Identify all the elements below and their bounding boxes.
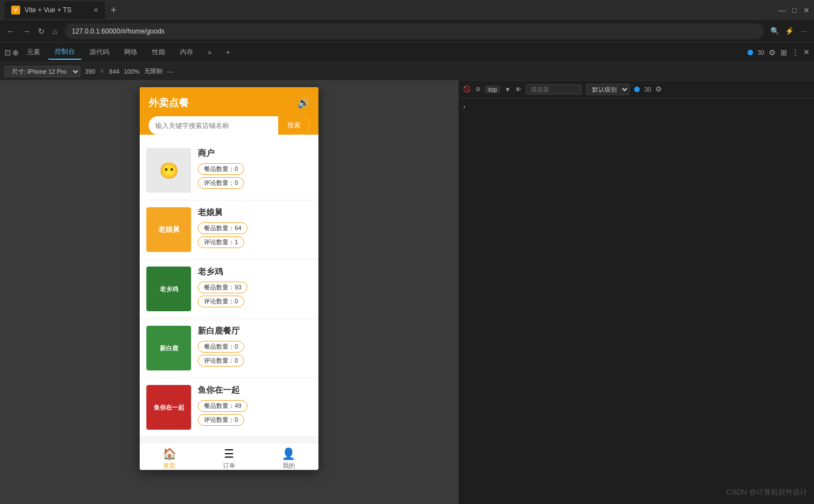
refresh-button[interactable]: ↻ [36, 25, 47, 38]
merchant-logo-laoxiangji: 老乡鸡 [146, 267, 191, 311]
merchant-logo-placeholder: 😶 [146, 148, 191, 193]
bottom-nav: 🏠 首页 ☰ 订单 👤 我的 [140, 443, 318, 470]
viewport-divider: ✕ [99, 68, 104, 75]
device-selector[interactable]: 尺寸: iPhone 12 Pro [4, 66, 80, 77]
console-error-count: 30 [644, 86, 651, 93]
viewport-height: 844 [109, 68, 119, 75]
window-controls: — □ ✕ [778, 6, 810, 15]
food-count-badge: 餐品数量：0 [198, 341, 244, 353]
console-settings-icon[interactable]: ⚙ [655, 85, 662, 93]
merchant-info: 老乡鸡 餐品数量：93 评论数量：0 [198, 267, 312, 310]
devtools-add-panel[interactable]: + [220, 46, 237, 59]
search-bar: 搜索 [149, 116, 310, 135]
devtools-dock-icon[interactable]: ⊞ [780, 48, 787, 57]
merchant-logo-xinbailu: 新白鹿 [146, 326, 191, 370]
devtools-settings-icon[interactable]: ⚙ [769, 48, 776, 57]
address-bar[interactable]: 127.0.0.1:60000/#/home/goods [65, 23, 764, 39]
nav-item-orders[interactable]: ☰ 订单 [199, 447, 259, 470]
review-count-badge: 评论数量：0 [198, 296, 244, 307]
search-button[interactable]: 搜索 [278, 116, 310, 135]
devtools-tab-network[interactable]: 网络 [117, 45, 144, 59]
merchant-info: 鱼你在一起 餐品数量：49 评论数量：0 [198, 385, 312, 428]
merchant-item[interactable]: 老乡鸡 老乡鸡 餐品数量：93 评论数量：0 [140, 260, 318, 318]
eye-icon[interactable]: 👁 [515, 86, 521, 93]
logo-text-icon: 老乡鸡 [160, 285, 178, 293]
home-nav-icon: 🏠 [163, 447, 177, 460]
extensions-icon[interactable]: ⚡ [784, 26, 795, 37]
devtools-inspect-icon[interactable]: ⊕ [12, 48, 19, 57]
devtools-tab-console[interactable]: 控制台 [48, 45, 82, 60]
merchant-item[interactable]: 新白鹿 新白鹿餐厅 餐品数量：0 评论数量：0 [140, 319, 318, 377]
context-dropdown-icon[interactable]: ▼ [504, 86, 511, 93]
merchant-logo-yuyizaqi: 鱼你在一起 [146, 385, 191, 430]
devtools-tab-elements[interactable]: 元素 [20, 45, 47, 59]
forward-button[interactable]: → [20, 25, 32, 38]
merchant-info: 老娘舅 餐品数量：64 评论数量：1 [198, 207, 312, 250]
review-count-badge: 评论数量：0 [198, 177, 244, 189]
nav-item-home[interactable]: 🏠 首页 [140, 447, 199, 470]
devtools-close-icon[interactable]: ✕ [803, 48, 810, 56]
devtools-toggle-icon[interactable]: ⊡ [4, 48, 11, 57]
more-options-icon[interactable]: ··· [798, 26, 810, 37]
search-icon[interactable]: 🔍 [769, 26, 780, 37]
merchant-logo: 老娘舅 [146, 207, 191, 252]
new-tab-button[interactable]: + [107, 4, 120, 16]
console-filter-input[interactable] [526, 84, 582, 94]
merchant-item[interactable]: 😶 商户 餐品数量：0 评论数量：0 [140, 141, 318, 199]
tab-title: Vite + Vue + TS [25, 6, 72, 14]
merchant-name: 鱼你在一起 [198, 385, 312, 396]
window-maximize-button[interactable]: □ [792, 6, 797, 15]
merchant-info: 新白鹿餐厅 餐品数量：0 评论数量：0 [198, 326, 312, 369]
console-level-select[interactable]: 默认级别 [586, 84, 630, 95]
home-nav-label: 首页 [163, 462, 175, 470]
profile-nav-icon: 👤 [282, 447, 296, 460]
console-tools-bar: 🚫 ⊘ top ▼ 👁 默认级别 30 ⚙ [459, 80, 814, 98]
main-area: 外卖点餐 🔊 搜索 😶 商户 [0, 80, 814, 504]
home-button[interactable]: ⌂ [50, 25, 59, 38]
food-count-badge: 餐品数量：93 [198, 282, 247, 293]
window-close-button[interactable]: ✕ [803, 6, 810, 15]
merchant-item[interactable]: 老娘舅 老娘舅 餐品数量：64 评论数量：1 [140, 201, 318, 259]
search-input[interactable] [149, 117, 278, 134]
app-title-row: 外卖点餐 🔊 [149, 96, 310, 110]
devtools-tab-memory[interactable]: 内存 [173, 45, 200, 59]
tab-close-button[interactable]: ✕ [93, 7, 98, 14]
nav-icons: 🔍 ⚡ ··· [769, 26, 810, 37]
viewport-more[interactable]: ··· [167, 67, 174, 76]
devtools-panel: 🚫 ⊘ top ▼ 👁 默认级别 30 ⚙ › [458, 80, 814, 504]
top-context-selector[interactable]: top [485, 85, 500, 93]
browser-tab[interactable]: V Vite + Vue + TS ✕ [4, 1, 105, 19]
devtools-tab-performance[interactable]: 性能 [145, 45, 172, 59]
review-count-badge: 评论数量：0 [198, 414, 244, 426]
devtools-more-icon[interactable]: ⋮ [792, 48, 799, 56]
window-minimize-button[interactable]: — [778, 6, 786, 15]
orders-nav-icon: ☰ [224, 447, 234, 460]
profile-nav-label: 我的 [283, 462, 295, 470]
merchant-name: 老乡鸡 [198, 267, 312, 277]
app-title: 外卖点餐 [149, 96, 189, 110]
error-count: 30 [758, 49, 764, 56]
nav-item-profile[interactable]: 👤 我的 [259, 447, 318, 470]
constraint-level: 无限制 [144, 67, 163, 75]
logo-text-icon: 鱼你在一起 [154, 403, 184, 412]
merchant-logo: 新白鹿 [146, 326, 191, 370]
watermark: CSDN @计算机软件设计 [726, 487, 807, 497]
tab-favicon: V [11, 6, 20, 15]
review-count-badge: 评论数量：1 [198, 236, 244, 248]
console-clear-icon[interactable]: 🚫 [463, 85, 471, 93]
back-button[interactable]: ← [4, 25, 17, 38]
console-filter-icon[interactable]: ⊘ [475, 85, 480, 93]
merchant-logo-laoniangjiu: 老娘舅 [146, 207, 191, 252]
devtools-tab-more[interactable]: » [201, 46, 218, 59]
url-text: 127.0.0.1:60000/#/home/goods [72, 27, 164, 35]
speaker-icon: 🔊 [297, 97, 310, 109]
devtools-right-controls: 30 ⚙ ⊞ ⋮ ✕ [748, 48, 810, 57]
merchant-name: 商户 [198, 148, 312, 159]
merchant-item[interactable]: 鱼你在一起 鱼你在一起 餐品数量：49 评论数量：0 [140, 378, 318, 436]
devtools-tab-sources[interactable]: 源代码 [83, 45, 116, 59]
viewport-toolbar: 尺寸: iPhone 12 Pro 390 ✕ 844 100% 无限制 ··· [0, 63, 814, 80]
watermark-text: CSDN @计算机软件设计 [726, 488, 807, 496]
merchant-logo: 老乡鸡 [146, 267, 191, 311]
phone-frame: 外卖点餐 🔊 搜索 😶 商户 [140, 87, 318, 470]
merchant-list: 😶 商户 餐品数量：0 评论数量：0 老娘舅 [140, 141, 318, 443]
